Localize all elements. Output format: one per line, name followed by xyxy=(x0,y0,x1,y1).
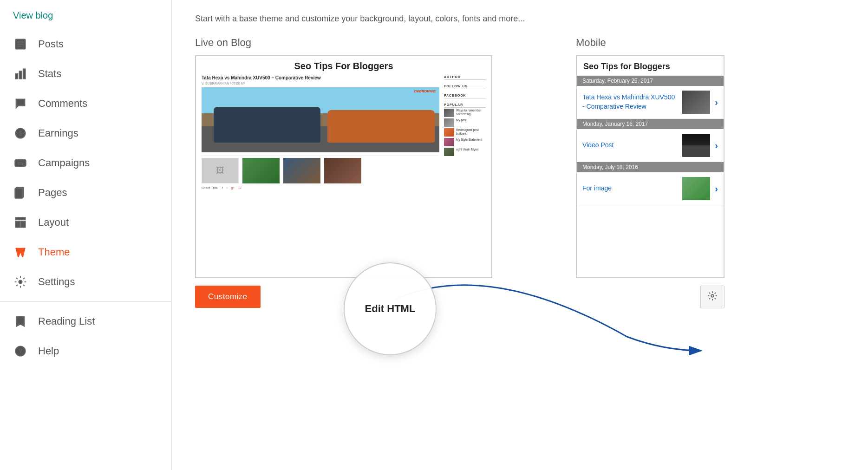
svg-point-20 xyxy=(711,294,714,297)
mobile-post-item-3: Monday, July 18, 2016 For image › xyxy=(577,162,724,205)
sidebar-item-layout[interactable]: Layout xyxy=(0,208,171,237)
sidebar-item-theme[interactable]: Theme xyxy=(0,237,171,267)
popular-item-3: Redesigned post builders : xyxy=(456,128,486,136)
thumb-green xyxy=(242,158,280,183)
mobile-post-item-1: Saturday, February 25, 2017 Tata Hexa vs… xyxy=(577,76,724,119)
sidebar-item-reading-list[interactable]: Reading List xyxy=(0,307,171,336)
facebook-section-label: FACEBOOK xyxy=(444,94,486,98)
stats-label: Stats xyxy=(38,68,61,80)
svg-text:$: $ xyxy=(19,130,22,137)
popular-section-label: POPULAR xyxy=(444,103,486,108)
svg-rect-15 xyxy=(21,222,25,228)
gear-icon xyxy=(707,291,718,301)
blog-sidebar-right: AUTHOR FOLLOW US FACEBOOK POPULAR xyxy=(444,75,486,273)
main-content: Start with a base theme and customize yo… xyxy=(172,0,868,470)
pages-icon xyxy=(13,185,28,200)
sidebar-item-stats[interactable]: Stats xyxy=(0,59,171,89)
svg-rect-6 xyxy=(23,69,26,79)
sidebar-nav: Posts Stats Comments xyxy=(0,29,171,366)
mobile-settings-button[interactable] xyxy=(700,286,724,308)
mobile-blog-preview: Seo Tips for Bloggers Saturday, February… xyxy=(576,55,724,278)
stats-icon xyxy=(13,66,28,81)
mobile-thumb-3 xyxy=(682,177,710,200)
svg-rect-13 xyxy=(16,218,26,220)
popular-item-5: ught Vaain Myrei xyxy=(456,148,478,151)
previews-row: Live on Blog Seo Tips For Bloggers Tata … xyxy=(195,37,845,308)
sidebar-item-pages[interactable]: Pages xyxy=(0,178,171,208)
blog-post-title-sm: Tata Hexa vs Mahindra XUV500 – Comparati… xyxy=(202,75,439,80)
comments-label: Comments xyxy=(38,98,87,110)
blog-post-author-sm: V. SUBRAMANIAN / 07:00 AM xyxy=(202,82,439,85)
buttons-row: Customize Edit HTML xyxy=(195,286,492,308)
svg-rect-12 xyxy=(15,189,22,198)
pages-label: Pages xyxy=(38,187,67,199)
sidebar-item-posts[interactable]: Posts xyxy=(0,29,171,59)
mobile-preview-section: Mobile Seo Tips for Bloggers Saturday, F… xyxy=(576,37,724,308)
sidebar: View blog Posts S xyxy=(0,0,172,470)
edit-html-popup: Edit HTML xyxy=(344,262,437,355)
svg-rect-14 xyxy=(16,222,20,228)
view-blog-link[interactable]: View blog xyxy=(0,5,171,29)
blog-title-desktop: Seo Tips For Bloggers xyxy=(202,61,486,72)
campaigns-icon: RD xyxy=(13,156,28,170)
mobile-thumb-1 xyxy=(682,91,710,114)
comments-icon xyxy=(13,96,28,111)
blog-post-image: OVERDRIVE xyxy=(202,87,439,152)
campaigns-label: Campaigns xyxy=(38,157,90,169)
mobile-date-3: Monday, July 18, 2016 xyxy=(577,162,724,172)
sidebar-item-campaigns[interactable]: RD Campaigns xyxy=(0,148,171,178)
svg-rect-4 xyxy=(16,74,18,79)
help-label: Help xyxy=(38,345,59,357)
settings-icon xyxy=(13,274,28,289)
sidebar-item-help[interactable]: ? Help xyxy=(0,336,171,366)
mobile-date-1: Saturday, February 25, 2017 xyxy=(577,76,724,86)
reading-list-icon xyxy=(13,314,28,329)
mobile-post-item-2: Monday, January 16, 2017 Video Post › xyxy=(577,119,724,162)
theme-icon xyxy=(13,245,28,260)
earnings-icon: $ xyxy=(13,126,28,141)
settings-nav-label: Settings xyxy=(38,276,75,288)
overdrive-label: OVERDRIVE xyxy=(414,89,436,93)
share-row: Share This: f t g+ G xyxy=(202,186,439,189)
sidebar-item-earnings[interactable]: $ Earnings xyxy=(0,118,171,148)
edit-html-label: Edit HTML xyxy=(365,303,416,315)
layout-label: Layout xyxy=(38,216,69,228)
posts-label: Posts xyxy=(38,38,64,50)
svg-text:?: ? xyxy=(19,347,22,355)
popular-item-1: Ways to remember Something xyxy=(456,109,486,117)
mobile-date-2: Monday, January 16, 2017 xyxy=(577,119,724,129)
mobile-chevron-3: › xyxy=(715,183,718,194)
blog-bottom-row: 🖼 xyxy=(202,155,439,183)
svg-point-16 xyxy=(19,281,22,284)
mobile-post-title-3: For image xyxy=(582,184,612,193)
follow-us-section-label: FOLLOW US xyxy=(444,85,486,89)
mobile-thumb-2 xyxy=(682,134,710,157)
layout-icon xyxy=(13,215,28,230)
placeholder-icon: 🖼 xyxy=(216,166,224,176)
posts-icon xyxy=(13,37,28,52)
mobile-post-title-2: Video Post xyxy=(582,141,613,150)
help-icon: ? xyxy=(13,344,28,359)
mobile-chevron-1: › xyxy=(715,97,718,108)
popular-item-2: My post xyxy=(456,118,467,122)
popular-item-4: My Style Statement xyxy=(456,138,482,142)
theme-label: Theme xyxy=(38,246,70,258)
main-description: Start with a base theme and customize yo… xyxy=(195,14,845,24)
sidebar-item-settings[interactable]: Settings xyxy=(0,267,171,297)
reading-list-label: Reading List xyxy=(38,315,95,327)
desktop-preview-section: Live on Blog Seo Tips For Bloggers Tata … xyxy=(195,37,492,308)
svg-rect-5 xyxy=(20,71,22,78)
earnings-label: Earnings xyxy=(38,127,78,139)
sidebar-item-comments[interactable]: Comments xyxy=(0,89,171,118)
live-on-blog-label: Live on Blog xyxy=(195,37,492,49)
customize-button[interactable]: Customize xyxy=(195,286,261,308)
mobile-chevron-2: › xyxy=(715,140,718,151)
author-section-label: AUTHOR xyxy=(444,75,486,80)
mobile-blog-title: Seo Tips for Bloggers xyxy=(577,56,724,76)
svg-text:RD: RD xyxy=(18,162,23,166)
desktop-blog-preview: Seo Tips For Bloggers Tata Hexa vs Mahin… xyxy=(195,55,492,278)
thumb-placeholder: 🖼 xyxy=(202,158,239,183)
mobile-post-title-1: Tata Hexa vs Mahindra XUV500 - Comparati… xyxy=(582,93,678,111)
mobile-settings-row xyxy=(576,286,724,308)
mobile-label: Mobile xyxy=(576,37,724,49)
